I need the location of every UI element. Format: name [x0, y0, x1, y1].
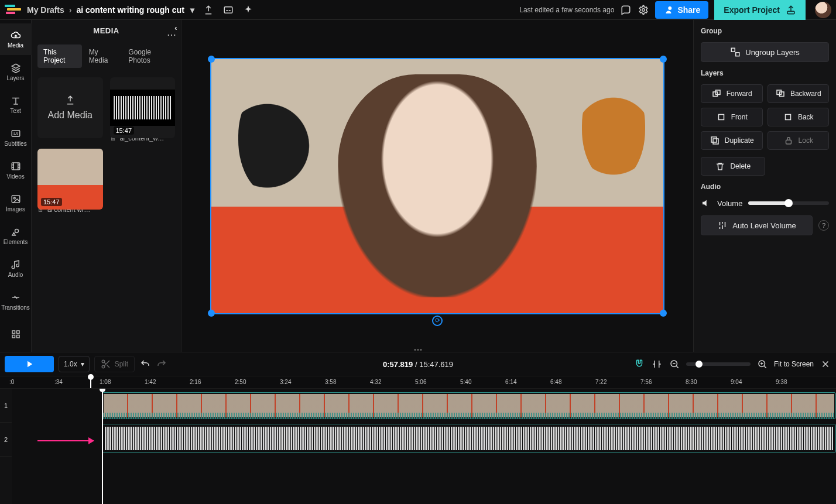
backward-icon	[775, 88, 786, 99]
trash-icon	[715, 161, 725, 172]
ruler-tick: 9:38	[776, 379, 787, 385]
add-media-tile[interactable]: Add Media	[37, 77, 103, 138]
nav-images[interactable]: Images	[0, 187, 32, 219]
panel-resize-handle[interactable]	[414, 349, 422, 351]
track-area[interactable]	[12, 389, 836, 504]
lock-label: Lock	[799, 136, 813, 145]
rotate-handle[interactable]: ⟳	[432, 316, 443, 326]
audio-track-clip[interactable]	[102, 424, 836, 453]
backward-button[interactable]: Backward	[768, 84, 830, 103]
lock-button[interactable]: Lock	[768, 131, 830, 150]
redo-button[interactable]	[156, 358, 167, 370]
nav-videos[interactable]: Videos	[0, 155, 32, 186]
playhead[interactable]	[90, 376, 91, 388]
caption-icon[interactable]	[222, 4, 234, 16]
export-button[interactable]: Export Project	[714, 0, 806, 20]
nav-audio[interactable]: Audio	[0, 253, 32, 284]
resize-handle-tr[interactable]	[660, 56, 667, 63]
media-audio-tile[interactable]: 15:47	[110, 77, 176, 138]
nav-text[interactable]: Text	[0, 89, 32, 121]
nav-transitions-label: Transitions	[1, 304, 30, 311]
zoom-in-icon[interactable]	[756, 358, 768, 370]
left-nav: Media Layers Text Subtitles Videos Image…	[0, 20, 32, 352]
svg-rect-9	[12, 335, 15, 338]
sliders-icon	[717, 220, 728, 231]
ruler-tick: 2:50	[235, 379, 246, 385]
nav-more[interactable]	[0, 318, 32, 350]
subtitles-icon	[11, 128, 21, 139]
nav-transitions[interactable]: Transitions	[0, 286, 32, 317]
svg-rect-18	[785, 115, 790, 120]
ruler-tick: 7:56	[640, 379, 652, 385]
upload-icon	[65, 95, 76, 105]
upload-icon[interactable]	[203, 4, 214, 16]
grid-icon	[11, 329, 21, 340]
svg-rect-19	[713, 139, 718, 144]
media-video-tile[interactable]: 15:47	[37, 149, 103, 210]
tab-my-media[interactable]: My Media	[83, 44, 122, 68]
close-timeline-icon[interactable]	[820, 358, 831, 370]
nav-elements[interactable]: Elements	[0, 220, 32, 252]
ungroup-icon	[730, 47, 741, 57]
comments-icon[interactable]	[620, 4, 632, 16]
more-icon[interactable]: ⋯	[167, 29, 176, 40]
image-icon	[11, 194, 21, 204]
play-button[interactable]	[5, 356, 54, 372]
speaker-icon	[701, 198, 711, 208]
timeline-ruler[interactable]: :0:341:081:422:162:503:243:584:325:065:4…	[0, 376, 836, 389]
trim-icon[interactable]	[651, 358, 663, 370]
auto-level-volume-button[interactable]: Auto Level Volume	[701, 215, 813, 235]
volume-slider[interactable]	[748, 201, 829, 205]
split-button[interactable]: Split	[94, 356, 135, 372]
chevron-down-icon[interactable]: ▾	[190, 5, 194, 15]
avatar[interactable]	[815, 2, 831, 18]
forward-button[interactable]: Forward	[701, 84, 763, 103]
front-label: Front	[731, 113, 748, 121]
nav-media[interactable]: Media	[0, 23, 32, 55]
undo-button[interactable]	[139, 358, 151, 370]
timeline-controls: 1.0x▾ Split 0:57.819 / 15:47.619 Fit to …	[0, 352, 836, 376]
chevron-right-icon: ›	[69, 5, 72, 15]
share-button[interactable]: Share	[655, 1, 708, 19]
duplicate-button[interactable]: Duplicate	[701, 131, 763, 150]
chevron-down-icon: ▾	[81, 360, 84, 368]
forward-icon	[711, 88, 722, 99]
canvas-area[interactable]: ⟳	[181, 20, 693, 352]
delete-button[interactable]: Delete	[701, 157, 765, 176]
playhead-line[interactable]	[102, 389, 103, 504]
scissors-icon	[101, 359, 111, 369]
svg-rect-0	[224, 6, 232, 13]
ruler-tick: 1:08	[100, 379, 111, 385]
tab-google-photos[interactable]: Google Photos	[122, 44, 175, 68]
nav-layers[interactable]: Layers	[0, 56, 32, 88]
zoom-out-icon[interactable]	[669, 358, 680, 370]
timeline-area: 1.0x▾ Split 0:57.819 / 15:47.619 Fit to …	[0, 352, 836, 504]
nav-subtitles[interactable]: Subtitles	[0, 122, 32, 153]
back-button[interactable]: Back	[768, 108, 830, 126]
fit-to-screen-button[interactable]: Fit to Screen	[774, 360, 814, 368]
project-name[interactable]: ai content writing rough cut	[76, 5, 184, 15]
playback-speed[interactable]: 1.0x▾	[59, 356, 90, 372]
total-time: 15:47.619	[419, 360, 453, 369]
share-label: Share	[677, 5, 700, 15]
magnet-icon[interactable]	[633, 358, 645, 370]
breadcrumb-root[interactable]: My Drafts	[27, 5, 64, 15]
stage[interactable]: ⟳	[211, 59, 663, 313]
ungroup-button[interactable]: Ungroup Layers	[701, 42, 829, 62]
ruler-tick: 5:40	[460, 379, 471, 385]
gear-icon[interactable]	[638, 4, 649, 16]
tab-this-project[interactable]: This Project	[37, 44, 82, 68]
sparkle-icon[interactable]	[242, 4, 254, 16]
auto-level-label: Auto Level Volume	[732, 221, 796, 230]
zoom-slider[interactable]	[686, 362, 751, 366]
help-icon[interactable]: ?	[818, 220, 829, 231]
resize-handle-br[interactable]	[660, 310, 667, 317]
resize-handle-tl[interactable]	[208, 56, 215, 63]
svg-rect-21	[786, 140, 791, 144]
video-track-clip[interactable]	[102, 392, 836, 419]
nav-images-label: Images	[6, 206, 25, 212]
front-button[interactable]: Front	[701, 108, 763, 126]
breadcrumb[interactable]: My Drafts › ai content writing rough cut…	[27, 5, 194, 15]
current-time: 0:57.819	[383, 360, 413, 369]
resize-handle-bl[interactable]	[208, 310, 215, 317]
